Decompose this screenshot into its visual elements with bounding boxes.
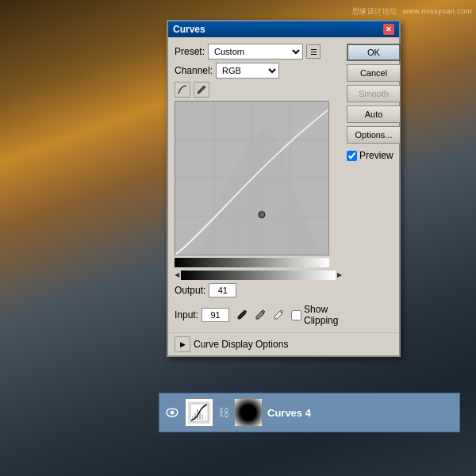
curve-options-expand-icon[interactable]: ▶ [175, 336, 190, 352]
watermark: 思缘设计论坛 www.missyuan.com [352, 6, 472, 17]
gray-dropper-icon[interactable] [252, 307, 268, 323]
dialog-title: Curves [173, 24, 205, 35]
layer-mask-thumbnail[interactable] [234, 398, 263, 427]
show-clipping-row: Show Clipping [291, 304, 342, 326]
input-label: Input: [175, 309, 198, 321]
curve-tools [175, 82, 342, 98]
dialog-body: Preset: Custom ☰ Channel: RGB [168, 37, 399, 332]
right-arrow: ▶ [337, 271, 342, 278]
close-button[interactable]: ✕ [383, 24, 394, 35]
curve-graph-container [175, 101, 342, 267]
left-arrow: ◀ [175, 271, 179, 278]
preset-label: Preset: [175, 46, 205, 57]
layer-thumbnail-curves[interactable] [185, 398, 213, 427]
output-label: Output: [175, 285, 205, 296]
curves-dialog: Curves ✕ Preset: Custom ☰ Channel: RGB [167, 20, 401, 357]
curve-display-options-label: Curve Display Options [194, 339, 288, 350]
preset-menu-icon[interactable]: ☰ [306, 44, 321, 59]
black-dropper-icon[interactable] [234, 307, 250, 323]
channel-row: Channel: RGB [175, 63, 342, 79]
dialog-left-panel: Preset: Custom ☰ Channel: RGB [175, 44, 342, 326]
layer-panel: ⛓ Curves 4 [159, 393, 460, 432]
layer-chain-icon: ⛓ [218, 406, 229, 419]
svg-rect-9 [204, 417, 205, 420]
channel-label: Channel: [175, 65, 213, 76]
preview-label: Preview [359, 150, 393, 161]
white-dropper-icon[interactable] [271, 307, 286, 323]
ok-button[interactable]: OK [347, 44, 401, 61]
show-clipping-checkbox[interactable] [291, 310, 301, 321]
input-dropper-row: Input: [175, 301, 342, 326]
auto-button[interactable]: Auto [347, 106, 401, 123]
dropper-row [234, 307, 286, 323]
output-input[interactable] [209, 283, 236, 298]
svg-rect-8 [202, 414, 203, 420]
curve-tool-button[interactable] [175, 82, 190, 98]
cancel-button[interactable]: Cancel [347, 64, 401, 82]
preview-row: Preview [347, 150, 401, 161]
layer-name: Curves 4 [267, 407, 311, 419]
curve-display-options-row: ▶ Curve Display Options [168, 332, 399, 355]
svg-point-1 [171, 411, 175, 415]
channel-select[interactable]: RGB [216, 63, 279, 79]
curve-graph[interactable] [175, 101, 329, 255]
input-gradient-row: ◀ ▶ [175, 269, 342, 280]
input-input[interactable] [202, 308, 229, 322]
input-row: Input: [175, 308, 229, 322]
preset-row: Preset: Custom ☰ [175, 44, 342, 60]
layer-visibility-icon[interactable] [164, 405, 180, 420]
dialog-titlebar: Curves ✕ [168, 21, 399, 37]
pencil-tool-button[interactable] [194, 82, 209, 98]
output-row: Output: [175, 283, 342, 298]
output-gradient-bar [175, 258, 329, 267]
dialog-right-panel: OK Cancel Smooth Auto Options... Preview [347, 44, 401, 326]
input-gradient-bar [181, 271, 336, 280]
show-clipping-label: Show Clipping [304, 304, 342, 326]
options-button[interactable]: Options... [347, 126, 401, 144]
smooth-button[interactable]: Smooth [347, 85, 401, 102]
preview-checkbox[interactable] [347, 151, 357, 161]
preset-select[interactable]: Custom [208, 44, 303, 60]
